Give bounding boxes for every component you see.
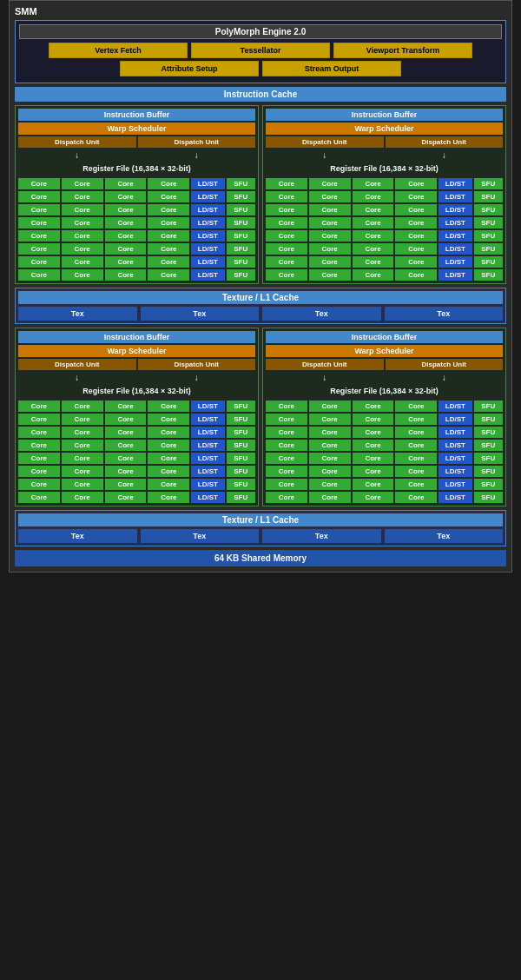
core-grid-tl: Core Core Core Core LD/ST SFU Core Core …	[18, 178, 255, 281]
dispatch-row-bottom-right: Dispatch Unit Dispatch Unit	[266, 359, 503, 370]
core-tl-8-1: Core	[18, 269, 60, 281]
dispatch-arrows-tr: ↓ ↓	[266, 150, 503, 160]
arrow-tl-2: ↓	[138, 150, 256, 160]
core-row-br-8: Core Core Core Core LD/ST SFU	[266, 492, 503, 503]
smm-container: SMM PolyMorph Engine 2.0 Vertex Fetch Te…	[9, 0, 512, 573]
register-file-bl: Register File (16,384 × 32-bit)	[18, 384, 255, 398]
core-tl-1-1: Core	[18, 178, 60, 189]
dispatch-unit-tl-2: Dispatch Unit	[138, 136, 256, 148]
dispatch-arrows-tl: ↓ ↓	[18, 150, 255, 160]
core-row-tr-1: Core Core Core Core LD/ST SFU	[266, 178, 503, 189]
core-tl-7-3: Core	[105, 256, 147, 268]
sfu-tl-7: SFU	[227, 256, 255, 268]
core-row-tr-4: Core Core Core Core LD/ST SFU	[266, 217, 503, 228]
inst-buffer-bottom-right: Instruction Buffer	[266, 331, 503, 343]
core-row-bl-8: Core Core Core Core LD/ST SFU	[18, 492, 255, 503]
core-row-bl-1: Core Core Core Core LD/ST SFU	[18, 401, 255, 412]
core-row-br-5: Core Core Core Core LD/ST SFU	[266, 453, 503, 464]
tex-row-bottom: Tex Tex Tex Tex	[18, 529, 503, 543]
register-file-tr: Register File (16,384 × 32-bit)	[266, 162, 503, 175]
core-tl-5-1: Core	[18, 230, 60, 242]
core-row-tl-2: Core Core Core Core LD/ST SFU	[18, 191, 255, 202]
smm-half-bottom-right: Instruction Buffer Warp Scheduler Dispat…	[262, 328, 506, 507]
tex-middle-2: Tex	[141, 307, 260, 321]
core-tl-6-2: Core	[62, 243, 103, 255]
register-file-br: Register File (16,384 × 32-bit)	[266, 384, 503, 398]
sfu-tl-4: SFU	[227, 217, 255, 228]
vertex-fetch: Vertex Fetch	[49, 43, 188, 58]
ldst-tl-2: LD/ST	[191, 191, 224, 202]
inst-buffer-top-right: Instruction Buffer	[266, 109, 503, 121]
core-tl-5-4: Core	[148, 230, 189, 242]
core-tl-7-2: Core	[62, 256, 103, 268]
core-tl-5-2: Core	[62, 230, 103, 242]
core-grid-bl: Core Core Core Core LD/ST SFU Core Core …	[18, 401, 255, 503]
core-row-tl-6: Core Core Core Core LD/ST SFU	[18, 243, 255, 255]
warp-scheduler-top-right: Warp Scheduler	[266, 122, 503, 135]
core-row-tr-7: Core Core Core Core LD/ST SFU	[266, 256, 503, 268]
core-row-tr-2: Core Core Core Core LD/ST SFU	[266, 191, 503, 202]
inst-buffer-top-left: Instruction Buffer	[18, 109, 255, 121]
core-tl-8-2: Core	[62, 269, 103, 281]
sfu-tl-1: SFU	[227, 178, 255, 189]
core-tl-5-3: Core	[105, 230, 147, 242]
smm-half-top-right: Instruction Buffer Warp Scheduler Dispat…	[262, 105, 506, 284]
dispatch-unit-br-1: Dispatch Unit	[266, 359, 384, 370]
core-row-tr-8: Core Core Core Core LD/ST SFU	[266, 269, 503, 281]
core-row-bl-6: Core Core Core Core LD/ST SFU	[18, 466, 255, 477]
sfu-tl-5: SFU	[227, 230, 255, 242]
core-row-bl-7: Core Core Core Core LD/ST SFU	[18, 479, 255, 490]
sfu-tl-6: SFU	[227, 243, 255, 255]
core-tl-4-3: Core	[105, 217, 147, 228]
tex-bottom-2: Tex	[141, 529, 260, 543]
ldst-tl-7: LD/ST	[191, 256, 224, 268]
core-tl-3-3: Core	[105, 204, 147, 215]
core-tl-3-2: Core	[62, 204, 103, 215]
core-tl-1-3: Core	[105, 178, 147, 189]
core-tl-6-4: Core	[148, 243, 189, 255]
texture-cache-title-middle: Texture / L1 Cache	[18, 291, 503, 304]
core-grid-br: Core Core Core Core LD/ST SFU Core Core …	[266, 401, 503, 503]
tex-middle-1: Tex	[18, 307, 137, 321]
tex-row-middle: Tex Tex Tex Tex	[18, 307, 503, 321]
core-row-tl-3: Core Core Core Core LD/ST SFU	[18, 204, 255, 215]
smm-half-bottom-left: Instruction Buffer Warp Scheduler Dispat…	[15, 328, 259, 507]
core-row-tl-4: Core Core Core Core LD/ST SFU	[18, 217, 255, 228]
tessellator: Tessellator	[191, 43, 330, 58]
core-tl-7-1: Core	[18, 256, 60, 268]
core-tl-1-2: Core	[62, 178, 103, 189]
dispatch-arrows-br: ↓ ↓	[266, 373, 503, 382]
tex-middle-3: Tex	[262, 307, 381, 321]
core-row-br-7: Core Core Core Core LD/ST SFU	[266, 479, 503, 490]
dispatch-arrows-bl: ↓ ↓	[18, 373, 255, 382]
dispatch-row-top-right: Dispatch Unit Dispatch Unit	[266, 136, 503, 148]
sfu-tl-3: SFU	[227, 204, 255, 215]
core-row-bl-4: Core Core Core Core LD/ST SFU	[18, 440, 255, 451]
smm-title: SMM	[15, 6, 506, 17]
tex-bottom-3: Tex	[262, 529, 381, 543]
arrow-bl-2: ↓	[138, 373, 256, 382]
core-row-br-3: Core Core Core Core LD/ST SFU	[266, 427, 503, 438]
core-row-tl-7: Core Core Core Core LD/ST SFU	[18, 256, 255, 268]
sfu-tl-8: SFU	[227, 269, 255, 281]
core-row-br-2: Core Core Core Core LD/ST SFU	[266, 414, 503, 425]
dispatch-unit-bl-1: Dispatch Unit	[18, 359, 136, 370]
register-file-tl: Register File (16,384 × 32-bit)	[18, 162, 255, 175]
ldst-tl-1: LD/ST	[191, 178, 224, 189]
core-row-bl-3: Core Core Core Core LD/ST SFU	[18, 427, 255, 438]
dispatch-unit-tr-2: Dispatch Unit	[386, 136, 504, 148]
instruction-cache-bar: Instruction Cache	[15, 87, 506, 102]
smm-bottom-halves: Instruction Buffer Warp Scheduler Dispat…	[15, 328, 506, 507]
texture-cache-bottom: Texture / L1 Cache Tex Tex Tex Tex	[15, 510, 506, 546]
core-tl-6-3: Core	[105, 243, 147, 255]
tex-bottom-4: Tex	[385, 529, 504, 543]
dispatch-unit-tr-1: Dispatch Unit	[266, 136, 384, 148]
core-row-tl-5: Core Core Core Core LD/ST SFU	[18, 230, 255, 242]
core-tl-4-2: Core	[62, 217, 103, 228]
shared-memory: 64 KB Shared Memory	[15, 550, 506, 566]
arrow-tr-1: ↓	[266, 150, 384, 160]
ldst-tl-8: LD/ST	[191, 269, 224, 281]
viewport-transform: Viewport Transform	[333, 43, 472, 58]
dispatch-unit-br-2: Dispatch Unit	[386, 359, 504, 370]
arrow-br-2: ↓	[386, 373, 504, 382]
